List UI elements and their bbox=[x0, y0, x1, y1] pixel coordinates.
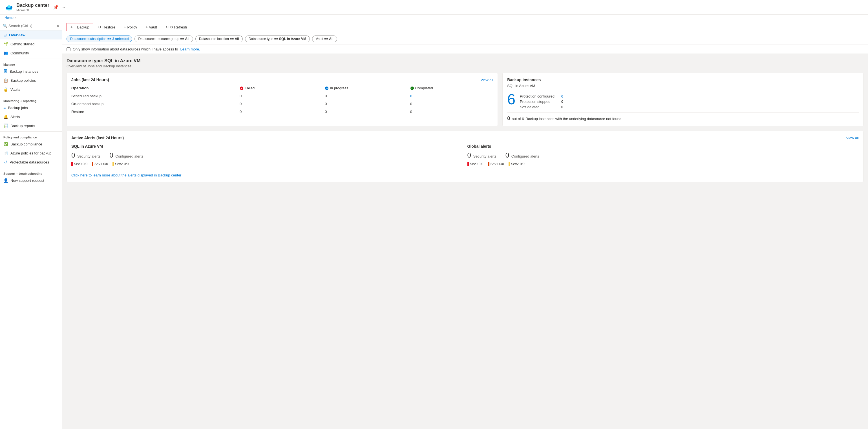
section-title: Datasource type: SQL in Azure VM bbox=[66, 58, 864, 63]
sev1-bar-sql bbox=[92, 162, 93, 166]
sidebar-label-backup-jobs: Backup jobs bbox=[8, 106, 28, 110]
col-operation: Operation bbox=[71, 86, 237, 90]
stat-label-deleted: Soft deleted bbox=[520, 105, 555, 109]
sidebar-item-community[interactable]: 👥 Community bbox=[0, 49, 62, 58]
sidebar-item-alerts[interactable]: 🔔 Alerts bbox=[0, 112, 62, 121]
stat-label-stopped: Protection stopped bbox=[520, 99, 555, 104]
svg-text:✓: ✓ bbox=[411, 87, 413, 90]
checkbox-label: Only show information about datasources … bbox=[73, 47, 178, 51]
sidebar-section-support: Support + troubleshooting bbox=[0, 169, 62, 176]
overview-icon: ⊞ bbox=[3, 33, 7, 37]
sidebar-item-getting-started[interactable]: 🌱 Getting started bbox=[0, 39, 62, 49]
protectable-datasources-icon: 🛡 bbox=[3, 160, 7, 164]
learn-more-link[interactable]: Learn more. bbox=[180, 47, 200, 51]
jobs-card-title: Jobs (last 24 Hours) bbox=[71, 78, 109, 82]
job-row-1-completed[interactable]: 6 bbox=[410, 94, 493, 98]
filter-resource-group[interactable]: Datasource resource group == All bbox=[134, 35, 193, 42]
sidebar-label-getting-started: Getting started bbox=[10, 42, 34, 46]
backup-instances-icon: 🗄 bbox=[3, 69, 7, 73]
filter-subscription[interactable]: Datasource subscription == 3 selected bbox=[66, 35, 132, 42]
backup-instances-title: Backup instances bbox=[507, 78, 859, 82]
backup-button[interactable]: + + Backup bbox=[66, 23, 93, 31]
sidebar-section-manage: Manage bbox=[0, 60, 62, 67]
refresh-icon: ↻ bbox=[165, 25, 169, 29]
alerts-card-title: Active Alerts (last 24 Hours) bbox=[71, 135, 124, 140]
sql-security-count: 0 bbox=[71, 151, 75, 159]
col-completed: ✓ Completed bbox=[410, 86, 493, 90]
sub-description: Backup instances with the underlying dat… bbox=[526, 117, 622, 121]
global-security-count: 0 bbox=[467, 151, 471, 159]
filter-location[interactable]: Datasource location == All bbox=[195, 35, 243, 42]
app-icon bbox=[4, 3, 13, 12]
backup-compliance-icon: ✅ bbox=[3, 142, 8, 146]
sidebar-item-backup-compliance[interactable]: ✅ Backup compliance bbox=[0, 140, 62, 149]
job-row-2-failed: 0 bbox=[240, 102, 322, 106]
sql-configured-count: 0 bbox=[110, 151, 113, 159]
sidebar-item-overview[interactable]: ⊞ Overview bbox=[0, 30, 62, 39]
collapse-icon[interactable]: « bbox=[57, 23, 59, 28]
restore-button[interactable]: ↺ Restore bbox=[94, 23, 119, 31]
azure-policies-icon: 📄 bbox=[3, 151, 8, 155]
sidebar-item-new-support[interactable]: 👤 New support request bbox=[0, 176, 62, 185]
policy-button[interactable]: + Policy bbox=[120, 23, 141, 31]
job-row-1-op: Scheduled backup bbox=[71, 94, 237, 98]
breadcrumb-separator: › bbox=[15, 16, 16, 20]
section-subtitle: Overview of Jobs and Backup instances bbox=[66, 64, 864, 68]
alerts-sql-section: SQL in Azure VM 0 Security alerts 0 Conf… bbox=[71, 144, 463, 166]
access-checkbox[interactable] bbox=[66, 48, 70, 51]
sidebar-item-vaults[interactable]: 🔒 Vaults bbox=[0, 85, 62, 94]
pin-icon[interactable]: 📌 bbox=[53, 5, 59, 10]
backup-instances-count: 6 bbox=[507, 92, 515, 106]
sidebar-item-backup-reports[interactable]: 📊 Backup reports bbox=[0, 121, 62, 130]
sidebar-label-overview: Overview bbox=[9, 33, 25, 37]
sidebar-label-backup-compliance: Backup compliance bbox=[10, 142, 42, 146]
col-inprogress: ↻ In progress bbox=[325, 86, 408, 90]
backup-plus-icon: + bbox=[70, 25, 73, 29]
sidebar-item-backup-jobs[interactable]: ≡ Backup jobs bbox=[0, 103, 62, 112]
sidebar-divider-policy bbox=[0, 131, 62, 132]
sidebar-label-vaults: Vaults bbox=[10, 87, 20, 92]
sidebar-label-backup-instances: Backup instances bbox=[9, 69, 38, 73]
alerts-view-all[interactable]: View all bbox=[846, 136, 859, 140]
alerts-icon: 🔔 bbox=[3, 115, 8, 119]
job-row-3-failed: 0 bbox=[240, 110, 322, 114]
filter-vault[interactable]: Vault == All bbox=[312, 35, 337, 42]
jobs-view-all[interactable]: View all bbox=[480, 78, 493, 82]
restore-label: Restore bbox=[103, 25, 116, 29]
sidebar-section-monitoring: Monitoring + reporting bbox=[0, 96, 62, 103]
filter-datasource-type[interactable]: Datasource type == SQL in Azure VM bbox=[245, 35, 310, 42]
stat-value-configured[interactable]: 6 bbox=[561, 94, 563, 98]
search-icon: 🔍 bbox=[3, 24, 7, 28]
backup-label: + Backup bbox=[74, 25, 89, 29]
global-security-label: Security alerts bbox=[473, 154, 496, 158]
vault-button[interactable]: + Vault bbox=[142, 23, 161, 31]
job-row-3-op: Restore bbox=[71, 110, 237, 114]
getting-started-icon: 🌱 bbox=[3, 42, 8, 46]
vault-label: Vault bbox=[149, 25, 157, 29]
stat-value-deleted: 0 bbox=[561, 105, 563, 109]
alerts-learn-more[interactable]: Click here to learn more about the alert… bbox=[71, 170, 859, 177]
vaults-icon: 🔒 bbox=[3, 87, 8, 92]
sidebar-item-azure-policies[interactable]: 📄 Azure policies for backup bbox=[0, 149, 62, 158]
sidebar-label-backup-policies: Backup policies bbox=[10, 79, 36, 83]
backup-jobs-icon: ≡ bbox=[3, 105, 6, 110]
sql-security-label: Security alerts bbox=[77, 154, 100, 158]
sidebar-item-protectable-datasources[interactable]: 🛡 Protectable datasources bbox=[0, 158, 62, 166]
backup-policies-icon: 📋 bbox=[3, 78, 8, 83]
backup-reports-icon: 📊 bbox=[3, 123, 8, 128]
sidebar-section-policy: Policy and compliance bbox=[0, 133, 62, 140]
sidebar-item-backup-policies[interactable]: 📋 Backup policies bbox=[0, 76, 62, 85]
breadcrumb-home[interactable]: Home bbox=[4, 16, 13, 20]
more-icon[interactable]: ··· bbox=[61, 5, 65, 9]
backup-instances-subtitle: SQL in Azure VM bbox=[507, 84, 859, 88]
sidebar-item-backup-instances[interactable]: 🗄 Backup instances bbox=[0, 67, 62, 76]
sidebar-label-new-support: New support request bbox=[10, 178, 44, 183]
sidebar-label-community: Community bbox=[10, 51, 29, 55]
vault-plus-icon: + bbox=[146, 25, 148, 29]
job-row-3-completed: 0 bbox=[410, 110, 493, 114]
sev1-bar-global bbox=[488, 162, 489, 166]
refresh-button[interactable]: ↻ ↻ Refresh bbox=[162, 23, 191, 31]
search-input[interactable] bbox=[8, 24, 56, 28]
alerts-global-title: Global alerts bbox=[467, 144, 859, 149]
sidebar-divider-monitoring bbox=[0, 95, 62, 95]
